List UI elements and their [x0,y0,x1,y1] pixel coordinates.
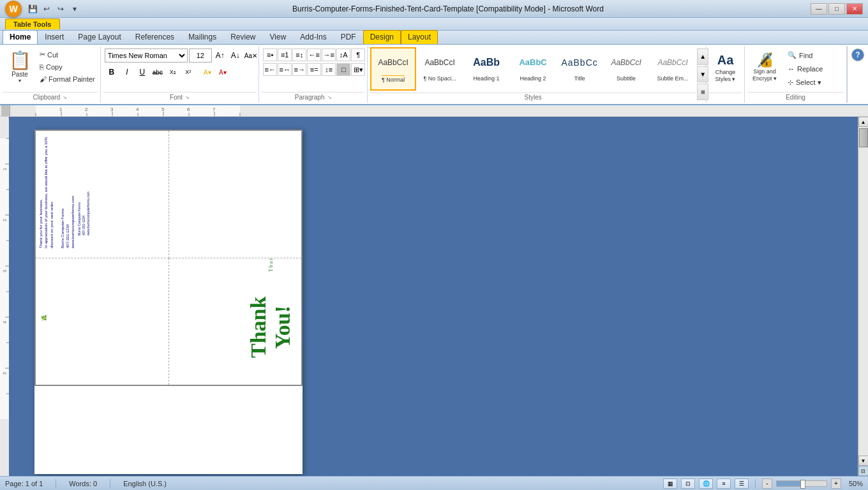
sign-encrypt-icon: 🔏 [756,52,774,68]
tab-page-layout[interactable]: Page Layout [71,30,128,44]
zoom-out-button[interactable]: - [762,479,772,489]
document-page: Thank you for your business. In apprecia… [34,130,303,474]
zoom-in-button[interactable]: + [831,479,841,489]
paste-button[interactable]: 📋 Paste ▾ [4,48,36,85]
align-left-button[interactable]: ≡← [263,63,277,76]
paragraph-expand[interactable]: ↘ [327,94,332,100]
sign-encrypt-button[interactable]: 🔏 Sign andEncrypt ▾ [749,48,781,85]
bold-button[interactable]: B [105,65,119,79]
bottom-left-cell[interactable]: 🌿 [35,258,168,385]
borders-button[interactable]: ⊞▾ [351,63,365,76]
page-status: Page: 1 of 1 [5,480,43,487]
font-color-button[interactable]: A▾ [216,65,230,79]
split-scroll-button[interactable]: ⊡ [858,466,869,476]
print-layout-button[interactable]: ▦ [663,479,677,489]
superscript-button[interactable]: X² [181,65,195,79]
customize-button[interactable]: ▾ [69,3,80,15]
scroll-up-button[interactable]: ▲ [858,117,869,127]
align-right-button[interactable]: ≡→ [292,63,306,76]
bullets-button[interactable]: ≡• [263,48,277,61]
tab-mailings[interactable]: Mailings [181,30,223,44]
style-no-spacing-button[interactable]: AaBbCcI ¶ No Spaci... [417,47,463,91]
tab-review[interactable]: Review [223,30,262,44]
scroll-track[interactable] [859,127,868,456]
underline-button[interactable]: U [135,65,149,79]
style-subtle-emphasis-preview: AaBbCcI [652,50,693,75]
line-spacing-button[interactable]: ↕≡ [322,63,336,76]
tab-home[interactable]: Home [3,30,38,44]
paste-dropdown[interactable]: ▾ [19,78,21,84]
window-title: Burris-Computer-Forms-Finished-Tent-Card… [86,4,811,13]
style-normal-button[interactable]: AaBbCcI ¶ Normal [370,47,416,91]
svg-text:3: 3 [3,270,7,272]
redo-button[interactable]: ↪ [55,3,66,15]
maximize-button[interactable]: □ [828,3,845,15]
font-shrink-button[interactable]: A↓ [228,48,243,63]
list-indent-row: ≡• ≡1 ≡↕ ←≡ →≡ ↕A ¶ [263,48,365,61]
copy-button[interactable]: ⎘ Copy [36,61,98,73]
clipboard-expand[interactable]: ↘ [63,94,67,100]
thank-you-small: Thank You!!! [268,258,274,272]
shading-button[interactable]: □ [336,63,350,76]
full-screen-button[interactable]: ⊡ [681,479,695,489]
clear-format-button[interactable]: Aa✕ [244,48,258,63]
draft-button[interactable]: ☰ [735,479,749,489]
tab-pdf[interactable]: PDF [334,30,363,44]
text-highlight-button[interactable]: A▾ [200,65,214,79]
zoom-fill [777,481,802,486]
style-title-button[interactable]: AaBbCc Title [557,47,602,91]
cut-button[interactable]: ✂ Cut [36,48,98,61]
font-size-input[interactable] [189,48,212,63]
tab-view[interactable]: View [263,30,294,44]
scroll-down-button[interactable]: ▼ [858,456,869,466]
minimize-button[interactable]: — [811,3,827,15]
align-center-button[interactable]: ≡↔ [278,63,292,76]
tab-layout[interactable]: Layout [401,30,438,44]
tab-add-ins[interactable]: Add-Ins [293,30,333,44]
bottom-right-cell[interactable]: Thank You!!! Thank You! [168,258,302,385]
numbering-button[interactable]: ≡1 [278,48,292,61]
replace-button[interactable]: ↔ Replace [783,63,834,75]
italic-button[interactable]: I [120,65,134,79]
scroll-thumb[interactable] [859,128,868,147]
style-normal-label: ¶ Normal [382,75,405,83]
sort-button[interactable]: ↕A [336,48,350,61]
ribbon: 📋 Paste ▾ ✂ Cut ⎘ Copy 🖌 Format P [0,45,868,105]
font-grow-button[interactable]: A↑ [213,48,227,63]
font-expand[interactable]: ↘ [185,94,190,100]
change-styles-button[interactable]: Aa ChangeStyles ▾ [710,50,741,86]
find-button[interactable]: 🔍 Find [783,48,834,62]
font-name-select[interactable]: Times New Roman [105,48,188,63]
save-button[interactable]: 💾 [27,3,38,15]
justify-button[interactable]: ≡= [307,63,321,76]
increase-indent-button[interactable]: →≡ [322,48,336,61]
vertical-scrollbar[interactable]: ▲ ▼ ⊡ [858,117,868,476]
document-area[interactable]: Thank you for your business. In apprecia… [9,117,858,476]
style-heading2-button[interactable]: AaBbC Heading 2 [510,47,556,91]
paragraph-content: ≡• ≡1 ≡↕ ←≡ →≡ ↕A ¶ ≡← ≡↔ ≡→ ≡= ↕≡ □ ⊞▾ [262,47,364,92]
multilevel-button[interactable]: ≡↕ [292,48,306,61]
style-heading1-button[interactable]: AaBb Heading 1 [463,47,509,91]
tab-references[interactable]: References [128,30,181,44]
style-subtle-emphasis-button[interactable]: AaBbCcI Subtle Em... [650,47,696,91]
tab-design[interactable]: Design [363,30,401,44]
decrease-indent-button[interactable]: ←≡ [307,48,321,61]
zoom-slider[interactable] [776,480,827,487]
show-marks-button[interactable]: ¶ [351,48,365,61]
close-button[interactable]: ✕ [846,3,863,15]
undo-button[interactable]: ↩ [41,3,52,15]
strikethrough-button[interactable]: abc [151,65,165,79]
top-right-cell[interactable] [168,130,302,258]
select-button[interactable]: ⊹ Select ▾ [783,76,834,89]
office-button[interactable]: W [5,1,22,17]
zoom-handle[interactable] [800,480,805,489]
clipboard-label: Clipboard ↘ [3,92,98,101]
web-layout-button[interactable]: 🌐 [699,479,713,489]
style-subtitle-button[interactable]: AaBbCcI Subtitle [603,47,649,91]
tab-insert[interactable]: Insert [38,30,71,44]
subscript-button[interactable]: X₂ [166,65,180,79]
outline-button[interactable]: ≡ [717,479,731,489]
help-button[interactable]: ? [851,48,864,61]
format-painter-button[interactable]: 🖌 Format Painter [36,73,98,85]
top-left-cell[interactable]: Thank you for your business. In apprecia… [35,130,168,258]
